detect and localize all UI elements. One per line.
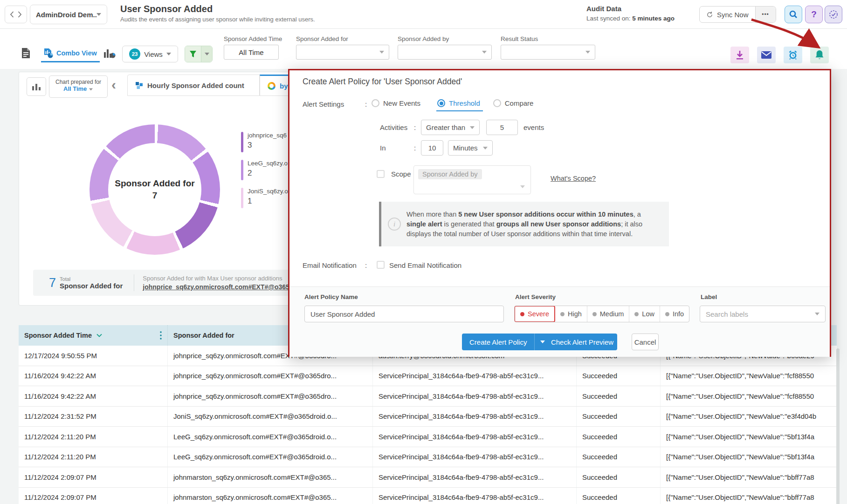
cell-sponsor-added-by: ServicePrincipal_3184c64a-fbe9-4798-ab5f… xyxy=(373,386,577,406)
cell-sponsor-added-for: LeeG_sq6zy.onmicrosoft.com#EXT#@o365droi… xyxy=(168,427,373,447)
create-alert-policy-button[interactable]: Create Alert Policy xyxy=(462,334,534,350)
cancel-button[interactable]: Cancel xyxy=(632,334,659,350)
in-unit-select[interactable]: Minutes xyxy=(448,140,493,156)
filter-value-dropdown[interactable] xyxy=(296,45,389,60)
label-search-select[interactable]: Search labels xyxy=(700,306,826,322)
chevron-down-icon xyxy=(470,126,475,129)
send-email-checkbox[interactable] xyxy=(377,261,385,269)
column-menu-icon[interactable] xyxy=(160,331,162,340)
severity-dot-icon xyxy=(592,312,597,316)
last-synced-value: 5 minutes ago xyxy=(632,15,675,22)
chevron-right-icon[interactable] xyxy=(18,11,22,18)
filter-value-dropdown[interactable]: All Time xyxy=(224,45,279,60)
table-row[interactable]: 11/12/2024 2:31:52 PM JoniS_sq6zy.onmicr… xyxy=(19,407,837,427)
sort-desc-icon[interactable] xyxy=(96,334,102,337)
workspace-selector[interactable]: AdminDroid Dem... xyxy=(30,5,107,24)
severity-option[interactable]: Medium xyxy=(587,306,630,322)
filter-sponsor-added-by: Sponsor Added by xyxy=(398,35,492,60)
table-row[interactable]: 11/12/2024 2:11:20 PM LeeG_sq6zy.onmicro… xyxy=(19,447,837,468)
cell-sponsor-added-for: johnprice_sq6zy.onmicrosoft.com#EXT#@o36… xyxy=(168,366,373,386)
legend-label: JoniS_sq6zy.o xyxy=(248,188,288,195)
table-row[interactable]: 11/12/2024 2:09:07 PM johnmarston_sq6zy.… xyxy=(19,488,837,504)
filter-value-dropdown[interactable] xyxy=(501,45,595,60)
radio-option[interactable]: New Events xyxy=(372,99,424,107)
cell-result-status: Succeeded xyxy=(577,467,661,487)
severity-dot-icon xyxy=(560,312,565,316)
scheduler-button[interactable] xyxy=(825,6,842,23)
filter-result-status: Result Status xyxy=(501,35,595,60)
policy-name-input[interactable] xyxy=(304,306,504,322)
radio-icon xyxy=(493,99,501,107)
help-button[interactable]: ? xyxy=(805,6,823,23)
app-root: AdminDroid Dem... User Sponsor Added Aud… xyxy=(0,0,847,504)
severity-option[interactable]: Info xyxy=(660,306,689,322)
legend-item[interactable]: LeeG_sq6zy.o 2 xyxy=(241,160,288,180)
cell-sponsor-added-for: johnmarston_sq6zy.onmicrosoft.com#EXT#@o… xyxy=(168,488,373,504)
severity-option[interactable]: Severe xyxy=(514,306,555,322)
table-row[interactable]: 11/12/2024 2:11:20 PM LeeG_sq6zy.onmicro… xyxy=(19,427,837,447)
legend-item[interactable]: JoniS_sq6zy.o 1 xyxy=(241,188,288,208)
nav-history-buttons[interactable] xyxy=(5,6,27,23)
severity-selector: Severe High Medium Low Info xyxy=(514,306,689,322)
alert-settings-radio-group: New Events Threshold Compare xyxy=(372,99,537,107)
whats-scope-link[interactable]: What's Scope? xyxy=(551,175,596,182)
funnel-icon xyxy=(189,50,197,58)
create-alert-policy-modal: Create Alert Policy for 'User Sponsor Ad… xyxy=(288,69,831,357)
legend-color-bar xyxy=(241,132,243,152)
severity-option-label: Medium xyxy=(600,310,624,318)
tab-combo-view[interactable]: Combo View xyxy=(41,45,100,62)
vertical-scrollbar[interactable] xyxy=(836,348,840,504)
search-button[interactable] xyxy=(785,6,802,23)
mail-icon xyxy=(761,51,771,59)
chart-period-selector[interactable]: Chart prepared for All Time xyxy=(49,75,108,98)
radio-option[interactable]: Threshold xyxy=(437,99,480,107)
sync-now-button[interactable]: Sync Now xyxy=(700,7,755,22)
table-row[interactable]: 11/12/2024 2:09:07 PM johnmarston_sq6zy.… xyxy=(19,467,837,488)
in-value-input[interactable] xyxy=(421,140,443,156)
table-row[interactable]: 11/16/2024 9:42:22 AM johnprice_sq6zy.on… xyxy=(19,366,837,387)
chart-view-button[interactable] xyxy=(103,48,116,59)
audit-data-label: Audit Data xyxy=(586,5,621,13)
severity-option[interactable]: High xyxy=(555,306,587,322)
table-row[interactable]: 11/16/2024 9:42:22 AM johnprice_sq6zy.on… xyxy=(19,386,837,407)
chart-type-button[interactable] xyxy=(27,77,46,96)
page-title: User Sponsor Added xyxy=(120,4,213,14)
chart-tabs-prev-button[interactable]: ‹ xyxy=(111,77,116,93)
activities-operator-select[interactable]: Greater than xyxy=(421,120,480,135)
top-header: AdminDroid Dem... User Sponsor Added Aud… xyxy=(0,0,847,29)
scope-checkbox[interactable] xyxy=(377,170,385,178)
filter-value-dropdown[interactable] xyxy=(398,45,492,60)
legend-item[interactable]: johnprice_sq6 3 xyxy=(241,132,288,152)
check-alert-preview-button[interactable]: Check Alert Preview xyxy=(547,334,617,350)
severity-option[interactable]: Low xyxy=(629,306,660,322)
chart-period-label: Chart prepared for xyxy=(49,79,107,85)
email-report-button[interactable] xyxy=(757,47,776,63)
severity-dot-icon xyxy=(665,312,669,316)
cell-sponsor-added-for: johnmarston_sq6zy.onmicrosoft.com#EXT#@o… xyxy=(168,467,373,487)
email-notification-label: Email Notification xyxy=(303,261,357,269)
views-dropdown-button[interactable]: 23 Views xyxy=(122,46,178,62)
schedule-report-button[interactable] xyxy=(784,47,802,63)
sync-more-button[interactable]: ••• xyxy=(755,7,776,22)
filter-sponsor-added-for: Sponsor Added for xyxy=(296,35,389,60)
filter-dropdown-button[interactable] xyxy=(201,46,212,62)
alert-policy-button[interactable] xyxy=(810,47,829,63)
cell-sponsor-added-for: JoniS_sq6zy.onmicrosoft.com#EXT#@o365dro… xyxy=(168,407,373,427)
cell-sponsor-added-for: johnprice_sq6zy.onmicrosoft.com#EXT#@o36… xyxy=(168,386,373,406)
report-view-button[interactable] xyxy=(21,48,30,59)
chevron-down-icon xyxy=(96,13,101,16)
cell-sponsor-added-by: ServicePrincipal_3184c64a-fbe9-4798-ab5f… xyxy=(373,447,577,467)
export-download-button[interactable] xyxy=(730,47,749,63)
chevron-left-icon[interactable] xyxy=(10,11,14,18)
legend-value: 2 xyxy=(248,169,288,178)
filter-button[interactable] xyxy=(185,46,201,62)
column-header-sponsor-added-time[interactable]: Sponsor Added Time xyxy=(19,325,168,346)
activities-count-input[interactable] xyxy=(486,120,518,135)
scope-select[interactable]: Sponsor Added by xyxy=(413,165,531,194)
cell-result-status: Succeeded xyxy=(577,447,661,467)
tab-hourly-sponsor-count[interactable]: Hourly Sponsor Added count xyxy=(127,75,260,96)
cell-sponsor-added-time: 11/16/2024 9:42:22 AM xyxy=(19,366,168,386)
radio-option[interactable]: Compare xyxy=(493,99,537,107)
cell-sponsor-added-time: 12/17/2024 9:50:55 PM xyxy=(19,346,168,366)
cell-result-status: Succeeded xyxy=(577,366,661,386)
